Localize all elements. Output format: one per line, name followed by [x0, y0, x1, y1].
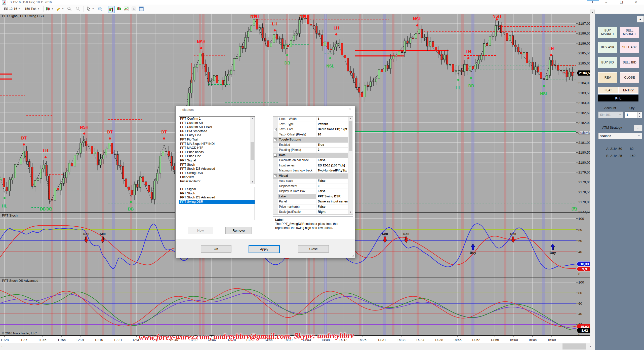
list-item[interactable]: PPT MACD HTF	[179, 146, 255, 150]
sell-market-button[interactable]: SELL MARKET	[620, 27, 639, 38]
svg-text:2178,50: 2178,50	[578, 190, 590, 194]
property-category[interactable]: −Visual	[273, 173, 353, 179]
qty-up-icon[interactable]: ▲	[637, 112, 641, 115]
ok-button[interactable]: OK	[201, 245, 231, 253]
list-item[interactable]: PPT MA Slope HTF INDI	[179, 142, 255, 146]
minimize-icon[interactable]: –	[602, 1, 610, 4]
collapse-arrow-icon[interactable]: ▲	[637, 16, 644, 22]
close-icon[interactable]: ✕	[632, 1, 640, 4]
property-grid[interactable]: Lines - Width1Text - TypePattern+Text - …	[273, 116, 353, 215]
list-item[interactable]: PPT Confirm 1	[179, 117, 255, 121]
property-row[interactable]: Auto scaleFalse	[273, 179, 353, 184]
list-item[interactable]: PPT Price bands	[179, 150, 255, 154]
list-item[interactable]: PPT Custom SR	[179, 121, 255, 125]
buy-bid-button[interactable]: BUY BID	[598, 57, 617, 68]
property-row[interactable]: EnabledTrue	[273, 143, 353, 148]
property-row[interactable]: Calculate on bar closeFalse	[273, 158, 353, 163]
svg-text:2185,00: 2185,00	[578, 61, 590, 65]
svg-text:DT: DT	[21, 136, 27, 140]
list-item[interactable]: PPT Signal	[179, 158, 255, 163]
scrollbar-thumb[interactable]	[251, 142, 254, 160]
dialog-close-icon[interactable]: ✕	[349, 108, 351, 111]
list-item[interactable]: PPT Stoch	[179, 163, 255, 167]
property-row[interactable]: Displacement0	[273, 184, 353, 189]
property-row[interactable]: Price marker(s)False	[273, 204, 353, 210]
svg-text:40: 40	[578, 250, 582, 254]
property-row[interactable]: Input seriesES 12-16 (150 Tick)	[273, 163, 353, 168]
list-item[interactable]: PPT Fib Trail	[179, 137, 255, 142]
close-position-button[interactable]: CLOSE	[620, 72, 639, 83]
property-row[interactable]: PanelSame as input series	[273, 199, 353, 204]
scroll-down-icon[interactable]: ▼	[348, 210, 353, 214]
available-indicators-list[interactable]: PPT Confirm 1PPT Custom SRPPT Custom SR …	[179, 116, 255, 184]
list-item[interactable]: PPT Custom SR FINAL	[179, 125, 255, 129]
svg-text:2186,00: 2186,00	[578, 42, 590, 45]
entry-button[interactable]: ENTRY	[618, 87, 638, 94]
svg-text:NSL: NSL	[326, 64, 334, 68]
svg-text:DB: DB	[571, 207, 577, 211]
list-item[interactable]: PPT Stoch DS Advanced	[179, 195, 255, 200]
svg-text:0: 0	[578, 333, 580, 337]
description-text: The PPT_SwingDSR indicator plots lines t…	[275, 222, 351, 230]
scroll-up-icon[interactable]: ▲	[250, 117, 255, 121]
property-row[interactable]: Display in Data BoxFalse	[273, 189, 353, 194]
description-title: Label	[275, 218, 351, 222]
list-item[interactable]: PPT Swing DSR	[179, 200, 255, 204]
property-row[interactable]: Text - TypePattern	[273, 122, 353, 127]
svg-text:LH: LH	[272, 22, 277, 26]
scrollbar-thumb[interactable]	[349, 121, 352, 151]
property-row[interactable]: LabelPPT Swing DSR	[273, 194, 353, 199]
vertical-scrollbar[interactable]: ▲	[590, 10, 595, 350]
list-item[interactable]: PPT Price Line	[179, 154, 255, 158]
property-category[interactable]: −Data	[273, 153, 353, 158]
sell-bid-button[interactable]: SELL BID	[620, 57, 639, 68]
new-button[interactable]: New	[188, 227, 213, 234]
maximize-icon[interactable]: ❐	[618, 1, 625, 4]
scroll-left-icon[interactable]: ‹	[2, 344, 3, 348]
svg-text:DB: DB	[284, 61, 290, 65]
scrollbar-thumb[interactable]	[562, 343, 586, 349]
quantity-stepper[interactable]: 1 ▲ ▼	[625, 112, 642, 118]
rev-button[interactable]: REV	[598, 72, 617, 83]
qty-down-icon[interactable]: ▼	[637, 115, 641, 118]
remove-button[interactable]: Remove	[225, 227, 252, 234]
property-row[interactable]: Maximum bars look backTwoHundredFiftySix	[273, 168, 353, 173]
property-row[interactable]: Lines - Width1	[273, 117, 353, 122]
grid-scrollbar[interactable]: ▲ ▼	[348, 117, 353, 214]
list-item[interactable]: PPT Signal	[179, 187, 255, 191]
resize-grip[interactable]	[352, 254, 354, 257]
property-category[interactable]: −Toggle Buttons	[273, 137, 353, 143]
account-select[interactable]: Sim101	[598, 112, 623, 118]
property-row[interactable]: +Text - FontBerlin Sans FB; 12pt	[273, 127, 353, 132]
list-item[interactable]: PPT Swing DSR	[179, 171, 255, 175]
scroll-up-icon[interactable]: ▲	[590, 10, 595, 14]
list-item[interactable]: PriceOscillator	[179, 179, 255, 184]
horizontal-scrollbar[interactable]: ‹ ›	[0, 343, 595, 350]
list-item[interactable]: PriceAlert	[179, 175, 255, 179]
atm-strategy-select[interactable]: <None>	[598, 133, 642, 139]
sell-ask-button[interactable]: SELL ASK	[620, 42, 639, 53]
close-button[interactable]: Close	[298, 245, 329, 253]
buy-market-button[interactable]: BUY MARKET	[598, 27, 617, 38]
svg-text:NSH: NSH	[493, 14, 501, 18]
apply-button[interactable]: Apply	[249, 245, 280, 253]
list-item[interactable]: PPT Stoch	[179, 191, 255, 196]
list-item[interactable]: PPT DM Smoothed	[179, 129, 255, 133]
svg-text:Sell: Sell	[382, 232, 388, 236]
scroll-up-icon[interactable]: ▲	[348, 117, 353, 121]
list-item[interactable]: PPT Entry Line	[179, 133, 255, 137]
flat-button[interactable]: FLAT	[598, 87, 618, 94]
scroll-right-icon[interactable]: ›	[590, 344, 591, 348]
svg-text:2181,00: 2181,00	[578, 141, 590, 145]
list-item[interactable]: PPT Stoch DS Advanced	[179, 167, 255, 171]
atm-options-button[interactable]: ...	[634, 125, 642, 131]
property-row[interactable]: Scale justificationRight	[273, 209, 353, 215]
property-row[interactable]: Padding (Pixels)2	[273, 148, 353, 153]
buy-ask-button[interactable]: BUY ASK	[598, 42, 617, 53]
list-scrollbar[interactable]: ▲ ▼	[250, 117, 255, 184]
svg-text:0: 0	[578, 272, 580, 276]
svg-text:Sell: Sell	[403, 232, 409, 236]
configured-indicators-list[interactable]: PPT SignalPPT StochPPT Stoch DS Advanced…	[179, 187, 255, 220]
property-row[interactable]: Text - Offset (Pixels)20	[273, 132, 353, 137]
scroll-down-icon[interactable]: ▼	[250, 180, 255, 184]
